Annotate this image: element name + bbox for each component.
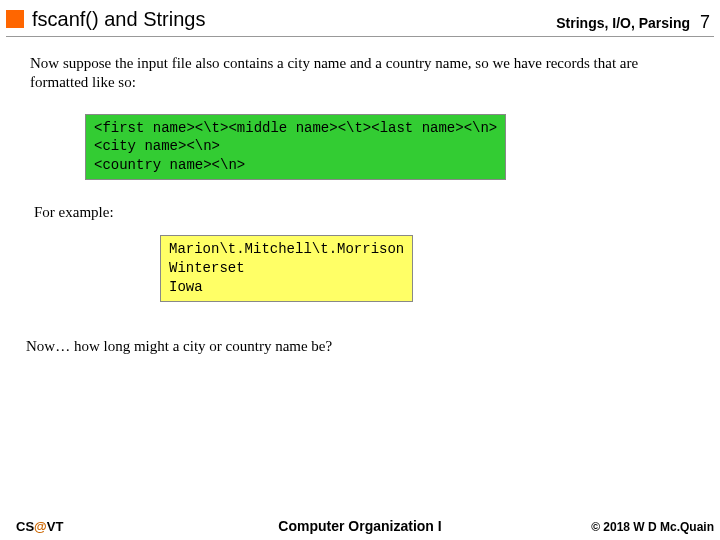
intro-paragraph: Now suppose the input file also contains…: [30, 54, 690, 92]
format-code-block: <first name><\t><middle name><\t><last n…: [85, 114, 506, 181]
title-bullet-icon: [6, 10, 24, 28]
footer-right: © 2018 W D Mc.Quain: [591, 520, 714, 534]
question-paragraph: Now… how long might a city or country na…: [26, 338, 690, 355]
slide: fscanf() and Strings Strings, I/O, Parsi…: [0, 0, 720, 540]
example-label: For example:: [34, 204, 690, 221]
section-text: Strings, I/O, Parsing: [556, 15, 690, 31]
header-divider: [6, 36, 714, 37]
example-code-block: Marion\t.Mitchell\t.Morrison Winterset I…: [160, 235, 413, 302]
slide-header: fscanf() and Strings Strings, I/O, Parsi…: [0, 8, 720, 38]
section-label: Strings, I/O, Parsing 7: [556, 12, 710, 33]
slide-body: Now suppose the input file also contains…: [30, 50, 690, 355]
slide-title: fscanf() and Strings: [32, 8, 205, 31]
page-number: 7: [700, 12, 710, 32]
